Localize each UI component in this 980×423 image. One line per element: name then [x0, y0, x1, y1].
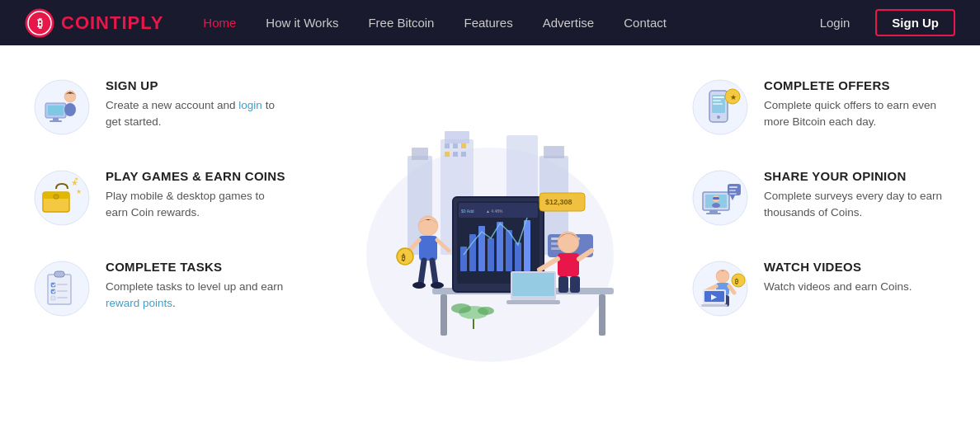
tasks-desc: Complete tasks to level up and earn rewa…: [106, 279, 289, 313]
svg-rect-84: [512, 273, 554, 296]
svg-point-77: [558, 232, 579, 253]
signup-text: SIGN UP Create a new account and login t…: [106, 78, 289, 131]
offers-text: COMPLETE OFFERS Complete quick offers to…: [764, 78, 947, 131]
svg-rect-40: [461, 143, 466, 148]
svg-rect-78: [558, 253, 579, 276]
svg-rect-94: [713, 96, 724, 98]
nav-features[interactable]: Features: [449, 0, 527, 45]
nav-advertise[interactable]: Advertise: [528, 0, 610, 45]
svg-point-70: [397, 248, 413, 265]
tasks-text: COMPLETE TASKS Complete tasks to level u…: [106, 260, 289, 313]
svg-rect-36: [544, 146, 564, 158]
feature-games: ★ ★ ★ PLAY GAMES & EARN COINS Play mobil…: [33, 169, 289, 227]
svg-rect-41: [445, 152, 450, 157]
svg-point-76: [431, 282, 444, 289]
nav-actions: Login Sign Up: [807, 0, 955, 45]
svg-rect-68: [419, 236, 437, 261]
svg-rect-104: [709, 210, 718, 213]
svg-line-73: [421, 261, 424, 284]
svg-rect-42: [453, 152, 458, 157]
svg-point-103: [712, 203, 720, 208]
hero-illustration: $0 Add ▲ 4.48% $12,308: [358, 90, 622, 378]
svg-rect-111: [713, 197, 719, 200]
brand-logo[interactable]: ₿ COINTIPLY: [25, 8, 163, 38]
navbar: ₿ COINTIPLY Home How it Works Free Bitco…: [0, 0, 980, 45]
videos-desc: Watch videos and earn Coins.: [764, 279, 912, 295]
signup-button[interactable]: Sign Up: [875, 9, 955, 36]
svg-rect-5: [48, 106, 64, 115]
svg-text:★: ★: [74, 176, 78, 181]
svg-rect-96: [713, 103, 723, 105]
svg-text:★: ★: [76, 188, 82, 195]
videos-title: WATCH VIDEOS: [764, 260, 912, 274]
svg-rect-105: [706, 213, 721, 214]
svg-point-9: [64, 103, 76, 116]
svg-rect-38: [445, 143, 450, 148]
svg-text:▲ 4.48%: ▲ 4.48%: [486, 209, 503, 214]
login-link[interactable]: login: [238, 99, 262, 111]
offers-desc: Complete quick offers to earn even more …: [764, 97, 947, 131]
offers-icon: ★: [691, 78, 749, 136]
games-desc: Play mobile & desktop games to earn Coin…: [106, 188, 289, 222]
svg-text:₿: ₿: [37, 16, 43, 30]
svg-rect-109: [729, 190, 736, 191]
svg-rect-23: [57, 284, 68, 285]
svg-rect-55: [488, 238, 494, 271]
svg-point-88: [478, 307, 494, 315]
svg-rect-85: [506, 300, 560, 304]
nav-home[interactable]: Home: [188, 0, 251, 45]
feature-tasks: COMPLETE TASKS Complete tasks to level u…: [33, 260, 289, 317]
svg-rect-27: [57, 290, 68, 292]
svg-rect-59: [524, 220, 530, 271]
nav-how-it-works[interactable]: How it Works: [251, 0, 353, 45]
feature-offers: ★ COMPLETE OFFERS Complete quick offers …: [691, 78, 947, 136]
svg-rect-110: [729, 193, 737, 195]
logo-icon: ₿: [25, 8, 54, 38]
svg-point-75: [412, 282, 426, 289]
videos-text: WATCH VIDEOS Watch videos and earn Coins…: [764, 260, 912, 295]
signup-title: SIGN UP: [106, 78, 289, 92]
survey-text: SHARE YOUR OPINION Complete surveys ever…: [764, 169, 947, 222]
tasks-icon: [33, 260, 91, 317]
svg-rect-13: [54, 195, 59, 199]
svg-rect-108: [729, 186, 737, 188]
left-features: SIGN UP Create a new account and login t…: [33, 70, 289, 398]
login-button[interactable]: Login: [807, 0, 864, 45]
nav-free-bitcoin[interactable]: Free Bitcoin: [353, 0, 449, 45]
svg-rect-43: [461, 152, 466, 157]
main-content: SIGN UP Create a new account and login t…: [0, 45, 980, 423]
svg-rect-39: [453, 143, 458, 148]
games-title: PLAY GAMES & EARN COINS: [106, 169, 289, 183]
nav-links: Home How it Works Free Bitcoin Features …: [188, 0, 806, 45]
svg-rect-32: [412, 148, 428, 160]
svg-rect-52: [460, 247, 467, 271]
feature-survey: SHARE YOUR OPINION Complete surveys ever…: [691, 169, 947, 227]
svg-point-87: [451, 303, 471, 313]
videos-icon: ₿: [691, 260, 749, 317]
svg-text:$0 Add: $0 Add: [461, 209, 474, 214]
hero-illustration-container: $0 Add ▲ 4.48% $12,308: [305, 70, 675, 398]
svg-rect-82: [570, 276, 580, 293]
svg-point-123: [732, 274, 745, 287]
feature-signup: SIGN UP Create a new account and login t…: [33, 78, 289, 136]
svg-rect-58: [515, 242, 521, 271]
survey-icon: [691, 169, 749, 227]
brand-name: COINTIPLY: [61, 12, 163, 34]
signup-icon: [33, 78, 91, 136]
svg-rect-46: [599, 294, 605, 336]
svg-rect-28: [51, 296, 55, 300]
feature-videos: ₿ WATCH VIDEOS Watch videos and earn Coi…: [691, 260, 947, 317]
svg-line-74: [432, 261, 436, 284]
offers-title: COMPLETE OFFERS: [764, 78, 947, 92]
nav-contact[interactable]: Contact: [609, 0, 681, 45]
svg-rect-29: [57, 297, 68, 298]
svg-rect-122: [701, 304, 728, 307]
svg-rect-56: [497, 222, 503, 271]
reward-points-link[interactable]: reward points: [106, 297, 172, 309]
right-features: ★ COMPLETE OFFERS Complete quick offers …: [691, 70, 947, 398]
svg-rect-7: [49, 120, 62, 122]
svg-rect-57: [506, 230, 512, 271]
survey-title: SHARE YOUR OPINION: [764, 169, 947, 183]
tasks-title: COMPLETE TASKS: [106, 260, 289, 274]
svg-rect-45: [441, 294, 447, 336]
